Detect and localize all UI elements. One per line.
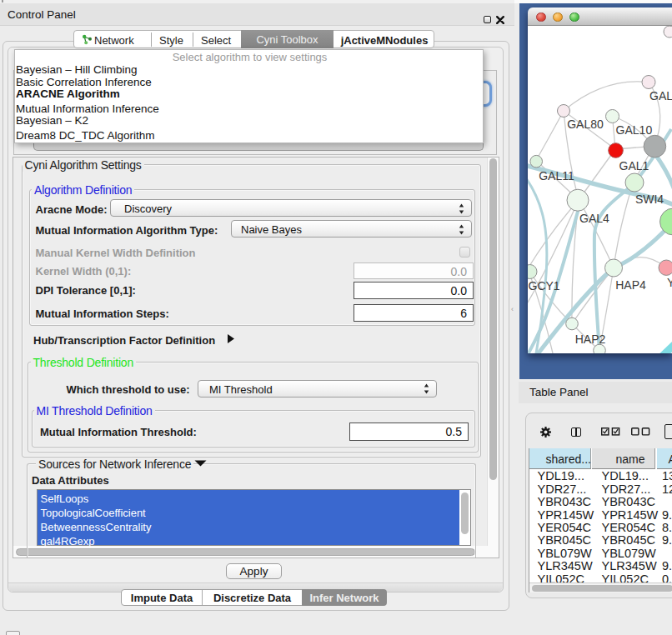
svg-text:GAL1: GAL1	[619, 159, 649, 172]
svg-text:HAP2: HAP2	[575, 332, 606, 346]
svg-text:GAL11: GAL11	[539, 169, 574, 182]
svg-text:GAL10: GAL10	[616, 123, 653, 137]
svg-text:SWI4: SWI4	[635, 192, 664, 206]
svg-text:GAL80: GAL80	[567, 118, 604, 131]
svg-text:YMR: YMR	[667, 276, 672, 289]
svg-text:GCY1: GCY1	[529, 279, 560, 292]
svg-text:HAP4: HAP4	[615, 278, 646, 292]
svg-text:GAL7: GAL7	[649, 89, 672, 102]
svg-text:GAL4: GAL4	[579, 212, 609, 225]
